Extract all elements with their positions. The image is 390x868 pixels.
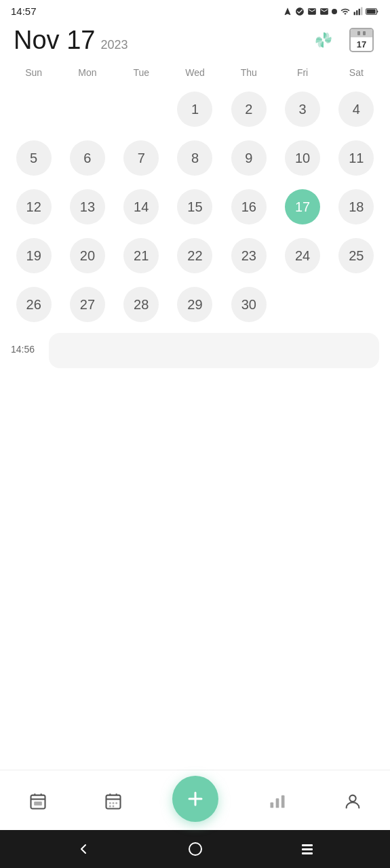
day-number[interactable]: 26 bbox=[16, 287, 52, 322]
day-number[interactable]: 22 bbox=[177, 238, 212, 273]
nav-calendar-day[interactable] bbox=[11, 783, 65, 821]
day-number bbox=[123, 92, 159, 127]
signal-icon bbox=[353, 7, 363, 16]
svg-rect-24 bbox=[275, 798, 279, 808]
compass-button[interactable] bbox=[309, 25, 338, 55]
day-number[interactable]: 27 bbox=[70, 287, 105, 322]
day-cell bbox=[115, 86, 168, 132]
day-cell[interactable]: 28 bbox=[115, 281, 168, 328]
bottom-nav bbox=[0, 770, 390, 830]
day-number[interactable]: 17 bbox=[285, 189, 320, 224]
nav-stats[interactable] bbox=[250, 783, 305, 821]
day-number[interactable]: 1 bbox=[177, 92, 212, 127]
compass-svg bbox=[313, 29, 334, 51]
calendar: Sun Mon Tue Wed Thu Fri Sat 123456789101… bbox=[0, 63, 390, 328]
day-cell[interactable]: 7 bbox=[115, 135, 168, 181]
day-number[interactable]: 23 bbox=[231, 238, 267, 273]
day-cell[interactable]: 14 bbox=[115, 184, 168, 230]
day-cell[interactable]: 5 bbox=[7, 135, 60, 181]
day-cell[interactable]: 27 bbox=[60, 281, 114, 328]
day-cell[interactable]: 26 bbox=[7, 281, 60, 328]
svg-rect-23 bbox=[270, 802, 273, 808]
day-number[interactable]: 8 bbox=[177, 140, 212, 176]
back-button[interactable] bbox=[69, 834, 98, 864]
svg-rect-0 bbox=[354, 12, 355, 15]
svg-point-27 bbox=[189, 843, 201, 855]
day-cell[interactable]: 4 bbox=[330, 86, 383, 132]
day-number[interactable]: 6 bbox=[70, 140, 105, 176]
day-cell[interactable]: 13 bbox=[60, 184, 114, 230]
svg-rect-11 bbox=[34, 802, 42, 806]
day-cell[interactable]: 21 bbox=[115, 233, 168, 279]
day-number[interactable]: 12 bbox=[16, 189, 52, 224]
system-nav-bar bbox=[0, 830, 390, 868]
day-number[interactable]: 9 bbox=[231, 140, 267, 176]
day-cell[interactable]: 20 bbox=[60, 233, 114, 279]
calendar-icon-body: 17 bbox=[351, 37, 372, 51]
day-number[interactable]: 29 bbox=[177, 287, 212, 322]
nav-calendar-month[interactable] bbox=[86, 783, 140, 821]
day-number[interactable]: 7 bbox=[123, 140, 159, 176]
recents-button[interactable] bbox=[292, 834, 322, 864]
day-header-sun: Sun bbox=[7, 63, 60, 82]
day-number[interactable]: 30 bbox=[231, 287, 267, 322]
svg-point-19 bbox=[109, 806, 111, 808]
add-event-fab[interactable] bbox=[172, 776, 218, 822]
day-header-tue: Tue bbox=[115, 63, 168, 82]
event-block[interactable] bbox=[49, 333, 379, 368]
day-number[interactable]: 2 bbox=[231, 92, 267, 127]
day-cell[interactable]: 17 bbox=[275, 184, 329, 230]
day-number[interactable]: 13 bbox=[70, 189, 105, 224]
day-number[interactable]: 21 bbox=[123, 238, 159, 273]
day-number[interactable]: 15 bbox=[177, 189, 212, 224]
day-cell[interactable]: 2 bbox=[222, 86, 275, 132]
day-number[interactable]: 14 bbox=[123, 189, 159, 224]
day-number[interactable]: 19 bbox=[16, 238, 52, 273]
day-cell[interactable]: 12 bbox=[7, 184, 60, 230]
nav-profile[interactable] bbox=[326, 783, 380, 821]
home-button[interactable] bbox=[180, 834, 210, 864]
svg-rect-1 bbox=[356, 10, 357, 15]
day-number[interactable]: 20 bbox=[70, 238, 105, 273]
day-cell[interactable]: 30 bbox=[222, 281, 275, 328]
day-cell[interactable]: 18 bbox=[330, 184, 383, 230]
calendar-icon-header bbox=[351, 29, 372, 37]
day-cell[interactable]: 6 bbox=[60, 135, 114, 181]
recents-icon bbox=[299, 841, 315, 857]
day-cell[interactable]: 8 bbox=[168, 135, 222, 181]
day-cell[interactable]: 24 bbox=[275, 233, 329, 279]
day-number bbox=[285, 287, 320, 322]
day-header-fri: Fri bbox=[275, 63, 329, 82]
notification-dot bbox=[332, 9, 337, 14]
calendar-day-icon bbox=[28, 792, 47, 811]
plus-icon bbox=[184, 788, 206, 810]
day-cell[interactable]: 3 bbox=[275, 86, 329, 132]
day-cell[interactable]: 16 bbox=[222, 184, 275, 230]
day-cell[interactable]: 1 bbox=[168, 86, 222, 132]
day-number[interactable]: 4 bbox=[338, 92, 374, 127]
day-number[interactable]: 3 bbox=[285, 92, 320, 127]
svg-rect-25 bbox=[281, 795, 284, 808]
day-number[interactable]: 18 bbox=[338, 189, 374, 224]
day-number[interactable]: 10 bbox=[285, 140, 320, 176]
day-number[interactable]: 16 bbox=[231, 189, 267, 224]
day-header-thu: Thu bbox=[222, 63, 275, 82]
month-day-label: Nov 17 bbox=[14, 26, 95, 55]
day-cell[interactable]: 10 bbox=[275, 135, 329, 181]
day-number[interactable]: 25 bbox=[338, 238, 374, 273]
day-cell[interactable]: 29 bbox=[168, 281, 222, 328]
day-cell[interactable]: 11 bbox=[330, 135, 383, 181]
day-cell[interactable]: 15 bbox=[168, 184, 222, 230]
today-button[interactable]: 17 bbox=[347, 25, 376, 55]
day-number[interactable]: 24 bbox=[285, 238, 320, 273]
day-cell[interactable]: 25 bbox=[330, 233, 383, 279]
svg-rect-2 bbox=[359, 8, 360, 14]
day-cell[interactable]: 9 bbox=[222, 135, 275, 181]
day-cell[interactable]: 23 bbox=[222, 233, 275, 279]
day-number[interactable]: 28 bbox=[123, 287, 159, 322]
day-number[interactable]: 11 bbox=[338, 140, 374, 176]
day-cell[interactable]: 22 bbox=[168, 233, 222, 279]
day-cell[interactable]: 19 bbox=[7, 233, 60, 279]
day-number[interactable]: 5 bbox=[16, 140, 52, 176]
day-number bbox=[70, 92, 105, 127]
